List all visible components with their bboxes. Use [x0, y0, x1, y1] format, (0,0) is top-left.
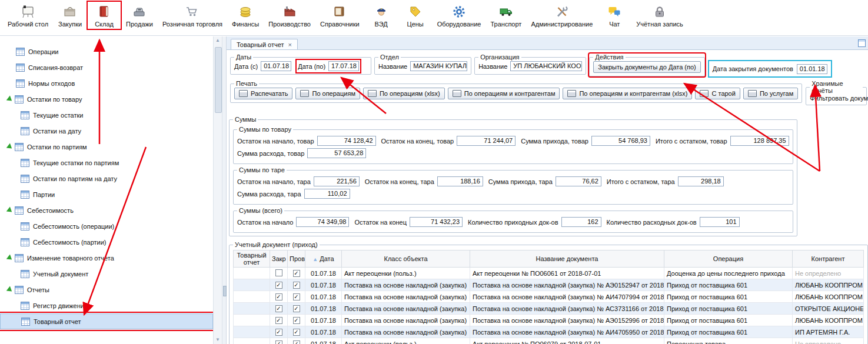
sum-field-value[interactable]: 110,02	[304, 189, 350, 199]
sidebar-item-current-stock-by-batches[interactable]: Текущие остатки по партиям	[0, 155, 213, 171]
sidebar-scrollbar[interactable]: ▲ ▼	[213, 36, 222, 344]
sum-field-value[interactable]: 74 128,42	[317, 136, 376, 146]
toolbar-item-warehouse[interactable]: Склад	[88, 2, 121, 29]
toolbar-item-label: Учётная запись	[636, 21, 683, 28]
department-input[interactable]: МАГАЗИН КУПАЛОВСКИ	[410, 61, 467, 71]
closed-checkbox[interactable]: ✓	[275, 340, 282, 344]
print-by-services-button[interactable]: По услугам	[743, 88, 798, 99]
sum-field-value[interactable]: 57 653,28	[307, 148, 366, 158]
print-by-operations-contragents-xlsx-button[interactable]: По операциям и контрагентам (xlsx)	[563, 88, 692, 99]
column-document-name[interactable]: Название документа	[470, 251, 664, 268]
close-date-input[interactable]: 01.01.18	[797, 64, 827, 74]
shopping-cart-icon	[185, 4, 201, 19]
toolbar-item-chat[interactable]: Чат	[598, 2, 631, 29]
organization-input[interactable]: УП ЛЮБАНСКИЙ КООПТ	[510, 61, 582, 71]
close-documents-button[interactable]: Закрыть документы до Дата (по)	[593, 61, 700, 73]
sum-field-value[interactable]: 101	[700, 217, 740, 227]
table-row[interactable]: ✓ ✓ 01.07.18 Поставка на основе накладно…	[234, 315, 864, 326]
scroll-down-arrow[interactable]: ▼	[215, 336, 220, 344]
tab-list-button[interactable]	[858, 39, 866, 47]
sidebar-item-accounting-document[interactable]: Учетный документ	[0, 266, 213, 282]
sidebar-item-reports[interactable]: Отчеты	[0, 282, 213, 298]
closed-checkbox[interactable]	[275, 269, 282, 276]
closed-checkbox[interactable]: ✓	[275, 305, 282, 312]
sidebar-item-goods-report[interactable]: Товарный отчет	[0, 313, 213, 329]
column-contragent[interactable]: Контрагент	[793, 251, 864, 268]
toolbar-item-foreign-trade[interactable]: ВЭД	[365, 2, 398, 29]
sidebar-item-goods-report-change[interactable]: Изменение товарного отчета	[0, 250, 213, 266]
toolbar-item-purchases[interactable]: Закупки	[54, 2, 87, 29]
print-by-operations-button[interactable]: По операциям	[295, 88, 360, 99]
sidebar-splitter[interactable]	[222, 36, 227, 344]
sidebar-item-stock-on-date[interactable]: Остатки на дату	[0, 123, 213, 139]
toolbar-item-finance[interactable]: Финансы	[228, 2, 263, 29]
sidebar-item-cost-batches[interactable]: Себестоимость (партии)	[0, 234, 213, 250]
sidebar-item-writeoffs-return[interactable]: Списания-возврат	[0, 59, 213, 75]
table-row[interactable]: ✓ ✓ 01.07.18 Акт переоценки (польз.) Акт…	[234, 338, 864, 344]
sidebar-item-movement-register[interactable]: Регистр движений	[0, 298, 213, 313]
proved-checkbox[interactable]: ✓	[293, 270, 300, 277]
sidebar-item-cost-operations[interactable]: Себестоимость (операции)	[0, 218, 213, 234]
sum-field-value[interactable]: 128 897,35	[730, 136, 789, 146]
sidebar-item-operations[interactable]: Операции	[0, 44, 213, 59]
sidebar-item-current-stock[interactable]: Текущие остатки	[0, 107, 213, 123]
proved-checkbox[interactable]: ✓	[293, 293, 300, 300]
sum-field-value[interactable]: 162	[561, 217, 601, 227]
print-by-operations-contragents-button[interactable]: По операциям и контрагентам	[448, 88, 560, 99]
sidebar-item-waste-norms[interactable]: Нормы отходов	[0, 75, 213, 91]
toolbar-item-desktop[interactable]: Рабочий стол	[4, 2, 52, 29]
toolbar-item-retail[interactable]: Розничная торговля	[158, 2, 227, 29]
table-row[interactable]: ✓ 01.07.18 Акт переоценки (польз.) Акт п…	[234, 268, 864, 279]
print-with-tare-button[interactable]: С тарой	[695, 88, 740, 99]
toolbar-item-label: Справочники	[320, 21, 360, 28]
sidebar-item-cost[interactable]: Себестоимость	[0, 202, 213, 218]
scroll-up-arrow[interactable]: ▲	[215, 36, 220, 45]
sum-field-value[interactable]: 74 349,98	[296, 217, 349, 227]
sum-field-value[interactable]: 188,16	[437, 176, 483, 186]
toolbar-item-production[interactable]: Производство	[264, 2, 315, 29]
table-row[interactable]: ✓ ✓ 01.07.18 Поставка на основе накладно…	[234, 291, 864, 303]
sidebar-item-stock-by-goods[interactable]: Остатки по товару	[0, 91, 213, 107]
sum-field-value[interactable]: 54 768,93	[591, 136, 650, 146]
table-row[interactable]: ✓ ✓ 01.07.18 Поставка на основе накладно…	[234, 326, 864, 338]
toolbar-item-transport[interactable]: Транспорт	[486, 2, 526, 29]
proved-checkbox[interactable]: ✓	[293, 340, 300, 344]
sidebar-item-stock-by-batches[interactable]: Остатки по партиям	[0, 139, 213, 155]
toolbar-item-administration[interactable]: Администрирование	[527, 2, 597, 29]
closed-checkbox[interactable]: ✓	[275, 293, 282, 300]
scrollbar-thumb[interactable]	[215, 47, 222, 113]
column-object-class[interactable]: Класс объекта	[342, 251, 470, 268]
column-operation[interactable]: Операция	[664, 251, 793, 268]
toolbar-item-account[interactable]: Учётная запись	[632, 2, 687, 29]
proved-checkbox[interactable]: ✓	[293, 305, 300, 312]
column-proved[interactable]: Пров	[288, 251, 305, 268]
date-to-input[interactable]: 17.07.18	[328, 61, 359, 71]
proved-checkbox[interactable]: ✓	[293, 282, 300, 289]
sidebar-item-batches[interactable]: Партии	[0, 186, 213, 202]
sum-field-value[interactable]: 76,62	[556, 176, 601, 186]
sum-field-value[interactable]: 298,18	[678, 176, 724, 186]
toolbar-item-references[interactable]: Справочники	[316, 2, 364, 29]
sum-field-value[interactable]: 221,56	[314, 176, 360, 186]
sum-field-value[interactable]: 71 244,07	[457, 136, 516, 146]
toolbar-item-prices[interactable]: Цены	[399, 2, 432, 29]
column-goods-report[interactable]: Товарный отчет	[234, 251, 270, 268]
toolbar-item-equipment[interactable]: Оборудование	[433, 2, 485, 29]
sum-field-value[interactable]: 71 432,23	[410, 217, 463, 227]
tab-close-icon[interactable]: ×	[288, 41, 292, 48]
toolbar-item-sales[interactable]: Продажи	[122, 2, 157, 29]
proved-checkbox[interactable]: ✓	[293, 317, 300, 324]
date-from-input[interactable]: 01.07.18	[261, 61, 291, 71]
closed-checkbox[interactable]: ✓	[275, 282, 282, 289]
closed-checkbox[interactable]: ✓	[275, 317, 282, 324]
tab-goods-report[interactable]: Товарный отчет ×	[231, 39, 298, 49]
column-date[interactable]: ▲Дата	[305, 251, 342, 268]
closed-checkbox[interactable]: ✓	[275, 329, 282, 336]
proved-checkbox[interactable]: ✓	[293, 329, 300, 336]
sidebar-item-stock-by-batches-on-date[interactable]: Остатки по партиям на дату	[0, 171, 213, 186]
column-closed[interactable]: Закр	[270, 251, 288, 268]
print-button[interactable]: Распечатать	[234, 88, 292, 99]
table-row[interactable]: ✓ ✓ 01.07.18 Поставка на основе накладно…	[234, 279, 864, 291]
print-by-operations-xlsx-button[interactable]: По операциям (xlsx)	[363, 88, 445, 99]
table-row[interactable]: ✓ ✓ 01.07.18 Поставка на основе накладно…	[234, 303, 864, 315]
